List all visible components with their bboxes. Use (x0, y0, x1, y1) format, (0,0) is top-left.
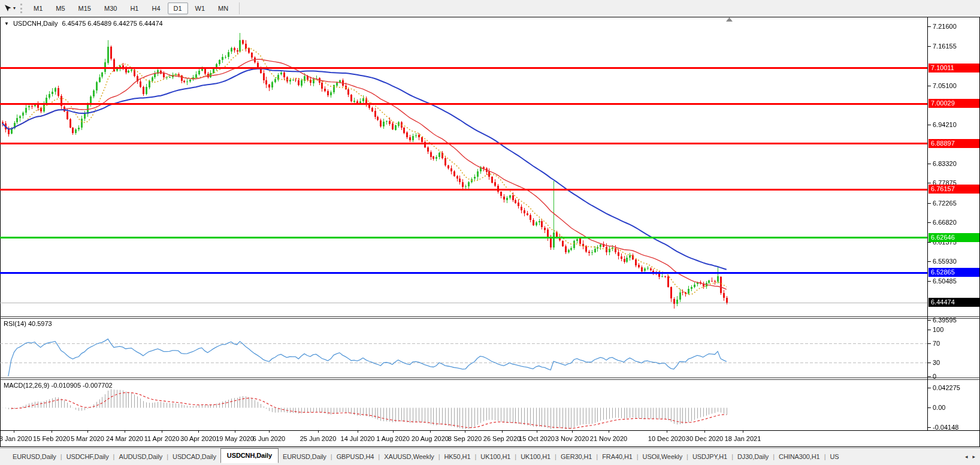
toolbar-separator (239, 2, 240, 14)
date-axis-label: 11 Apr 2020 (144, 435, 180, 442)
tab-separator: | (515, 453, 516, 460)
chart-ohlc-values: 6.45475 6.45489 6.44275 6.44474 (62, 20, 162, 27)
tab-separator: | (331, 453, 332, 460)
price-tick-label: 6.83320 (933, 159, 957, 168)
macd-tick-label: 0.00 (933, 403, 945, 412)
tab-separator: | (555, 453, 556, 460)
macd-tick-label: 0.042275 (933, 384, 960, 392)
chart-tab-fra40-12[interactable]: FRA40,H1 (599, 451, 636, 463)
price-level-badge: 7.00029 (928, 99, 979, 108)
chart-tab-audusd-2[interactable]: AUDUSD,Daily (116, 451, 165, 463)
tab-separator: | (474, 453, 476, 460)
rsi-tick-label: 0 (933, 372, 936, 381)
chart-tab-gbpusd-6[interactable]: GBPUSD,H4 (334, 451, 377, 463)
price-tick-label: 7.05100 (933, 81, 957, 90)
chart-tab-ger30-11[interactable]: GER30,H1 (558, 451, 595, 463)
timeframe-button-m5[interactable]: M5 (50, 2, 71, 14)
tab-separator: | (378, 453, 380, 460)
date-axis-label: 20 Aug 2020 (412, 435, 449, 442)
tab-separator: | (824, 453, 826, 460)
timeframe-button-d1[interactable]: D1 (168, 2, 188, 14)
timeframe-button-w1[interactable]: W1 (189, 2, 211, 14)
tab-separator: | (61, 453, 62, 460)
tab-separator: | (686, 453, 688, 460)
date-axis-label: 1 Aug 2020 (376, 435, 410, 442)
chart-title: ▼ USDCNH,Daily 6.45475 6.45489 6.44275 6… (4, 20, 163, 27)
timeframe-buttons: M1M5M15M30H1H4D1W1MN (27, 2, 235, 14)
date-axis-label: 6 Jun 2020 (253, 435, 285, 442)
chart-tab-usdchf-1[interactable]: USDCHF,Daily (63, 451, 112, 463)
rsi-tick-label: 30 (933, 358, 940, 367)
price-level-badge: 6.76157 (928, 185, 979, 194)
tab-separator: | (167, 453, 168, 460)
tab-separator: | (596, 453, 598, 460)
timeframe-button-m15[interactable]: M15 (72, 2, 97, 14)
chart-tab-xauusd-7[interactable]: XAUUSD,Weekly (381, 451, 437, 463)
price-level-badge: 6.62646 (928, 233, 979, 242)
chart-tab-usdcad-3[interactable]: USDCAD,Daily (170, 451, 219, 463)
rsi-tick-label: 70 (933, 339, 940, 348)
chart-tab-uk100-10[interactable]: UK100,H1 (518, 451, 553, 463)
chart-tab-eurusd-5[interactable]: EURUSD,Daily (280, 451, 329, 463)
timeframe-button-h4[interactable]: H4 (146, 2, 166, 14)
chart-tab-us-17[interactable]: US (827, 451, 842, 463)
price-tick-label: 6.94210 (933, 120, 957, 129)
tab-separator: | (773, 453, 775, 460)
price-level-badge: 7.10011 (928, 64, 979, 73)
date-axis-label: 24 Mar 2020 (106, 435, 143, 442)
macd-tick-label: -0.04148 (933, 423, 958, 431)
cursor-arrow-icon[interactable] (3, 4, 13, 13)
date-axis-label: 8 Sep 2020 (448, 435, 482, 442)
rsi-indicator-label: RSI(14) 40.5973 (4, 319, 52, 328)
chart-tab-usdjpy-14[interactable]: USDJPY,H1 (689, 451, 730, 463)
toolbar-grip[interactable] (20, 4, 22, 13)
date-axis-label: 25 Jun 2020 (300, 435, 337, 442)
price-tick-label: 6.72265 (933, 199, 957, 207)
timeframe-button-mn[interactable]: MN (212, 2, 234, 14)
price-tick-label: 6.55930 (933, 257, 957, 265)
tab-scroll-controls: ◂ ▸ (961, 448, 979, 465)
tab-separator: | (637, 453, 639, 460)
timeframe-toolbar: ▾ M1M5M15M30H1H4D1W1MN (0, 0, 980, 16)
price-tick-label: 7.21600 (933, 22, 957, 31)
chart-canvas[interactable] (0, 0, 980, 465)
chart-tab-hk50-8[interactable]: HK50,H1 (441, 451, 474, 463)
date-axis-label: 15 Feb 2020 (33, 435, 70, 442)
chart-tab-usoil-13[interactable]: USOil,Weekly (640, 451, 685, 463)
timeframe-button-m1[interactable]: M1 (28, 2, 49, 14)
date-axis-label: 14 Jul 2020 (341, 435, 375, 442)
chart-tab-eurusd-0[interactable]: EURUSD,Daily (10, 451, 59, 463)
chart-tab-china300-16[interactable]: CHINA300,H1 (776, 451, 823, 463)
price-level-badge: 6.52865 (928, 268, 979, 277)
tab-separator: | (731, 453, 733, 460)
tab-scroll-right-icon[interactable]: ▸ (972, 454, 975, 460)
price-tick-label: 6.50485 (933, 277, 957, 285)
mt4-trading-terminal: { "toolbar": { "timeframes": ["M1","M5",… (0, 0, 980, 465)
timeframe-button-m30[interactable]: M30 (98, 2, 123, 14)
current-price-badge: 6.44474 (928, 298, 979, 307)
date-axis-label: 30 Apr 2020 (180, 435, 216, 442)
date-axis-label: 15 Oct 2020 (519, 435, 555, 442)
chevron-down-icon[interactable]: ▾ (13, 5, 16, 11)
tab-separator: | (113, 453, 115, 460)
tab-scroll-left-icon[interactable]: ◂ (965, 454, 968, 460)
chart-tab-dj30-15[interactable]: DJ30,Daily (734, 451, 772, 463)
price-tick-label: 6.66820 (933, 218, 957, 227)
chart-tab-uk100-9[interactable]: UK100,H1 (477, 451, 513, 463)
tab-separator: | (438, 453, 440, 460)
chart-tab-usdcnh-4[interactable]: USDCNH,Daily (220, 448, 279, 463)
price-tick-label: 6.39595 (933, 316, 957, 324)
date-axis-label: 3 Nov 2020 (555, 435, 589, 442)
date-axis-label: 19 May 2020 (216, 435, 254, 442)
date-axis-label: 30 Dec 2020 (686, 435, 723, 442)
timeframe-button-h1[interactable]: H1 (124, 2, 144, 14)
date-axis-label: 10 Dec 2020 (648, 435, 685, 442)
symbol-collapse-icon[interactable]: ▼ (4, 21, 9, 26)
rsi-tick-label: 100 (933, 325, 943, 334)
price-tick-label: 7.16155 (933, 42, 957, 50)
date-axis-label: 21 Nov 2020 (590, 435, 627, 442)
date-axis-label: 26 Sep 2020 (483, 435, 521, 442)
date-axis-label: 18 Jan 2021 (725, 435, 761, 442)
date-axis-label: 28 Jan 2020 (0, 435, 32, 442)
chart-tab-bar: EURUSD,Daily|USDCHF,Daily|AUDUSD,Daily|U… (0, 448, 980, 465)
